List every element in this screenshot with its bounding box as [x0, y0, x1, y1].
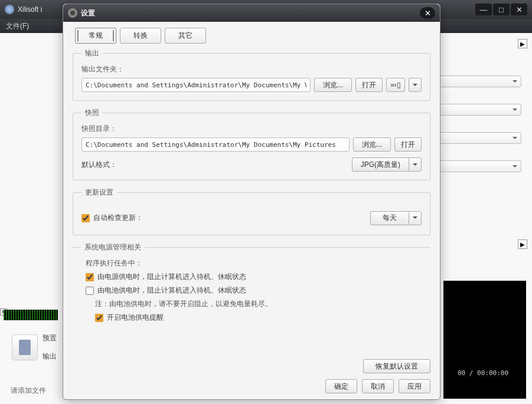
- add-file-hint: 请添加文件: [11, 386, 46, 396]
- minimize-button[interactable]: —: [475, 4, 492, 15]
- close-button[interactable]: ✕: [511, 4, 527, 15]
- chevron-down-icon: [413, 84, 417, 88]
- tab-general[interactable]: 常规: [75, 28, 116, 44]
- app-icon: [5, 5, 14, 14]
- update-freq-dropdown[interactable]: [409, 211, 422, 225]
- settings-dialog: 设置 ✕ 常规 转换 其它 输出 输出文件夹： 浏览... 打开 »›▯ 快照 …: [63, 4, 440, 400]
- dialog-titlebar[interactable]: 设置 ✕: [63, 4, 440, 22]
- snapshot-format-dropdown[interactable]: [409, 157, 422, 172]
- output-label: 输出: [43, 352, 57, 362]
- output-folder-label: 输出文件夹：: [81, 64, 422, 74]
- dialog-close-button[interactable]: ✕: [420, 7, 435, 19]
- snapshot-dir-label: 快照目录：: [81, 124, 422, 134]
- dialog-title: 设置: [81, 8, 95, 18]
- tab-convert[interactable]: 转换: [120, 28, 161, 44]
- gear-icon: [68, 8, 77, 18]
- setting-combo-3[interactable]: [439, 132, 521, 144]
- snapshot-format-combo[interactable]: JPG(高质量): [352, 157, 422, 172]
- output-open-button[interactable]: 打开: [355, 78, 383, 92]
- setting-combo-1[interactable]: [439, 75, 521, 87]
- tab-other[interactable]: 其它: [165, 28, 206, 44]
- ac-prevent-label: 由电源供电时，阻止计算机进入待机、休眠状态: [97, 272, 246, 282]
- power-note: 注：由电池供电时，请不要开启阻止，以避免电量耗尽。: [95, 299, 428, 309]
- restore-defaults-button[interactable]: 恢复默认设置: [363, 359, 430, 373]
- setting-combo-2[interactable]: [439, 104, 521, 116]
- output-device-dropdown[interactable]: [409, 78, 422, 92]
- snapshot-legend: 快照: [81, 108, 103, 118]
- main-title: Xilisoft i: [18, 5, 42, 14]
- chevron-down-icon: [413, 163, 417, 168]
- expand-arrow-button-2[interactable]: ▶: [518, 239, 527, 249]
- update-freq-value[interactable]: 每天: [370, 211, 409, 225]
- ac-prevent-checkbox[interactable]: [86, 273, 94, 281]
- menu-file[interactable]: 文件(F): [6, 21, 29, 31]
- chevron-down-icon: [413, 216, 417, 221]
- update-freq-combo[interactable]: 每天: [370, 211, 422, 225]
- maximize-button[interactable]: □: [493, 4, 510, 15]
- ok-button[interactable]: 确定: [325, 379, 357, 393]
- snapshot-format-label: 默认格式：: [81, 160, 117, 170]
- output-legend: 输出: [81, 48, 103, 58]
- cancel-button[interactable]: 取消: [362, 379, 394, 393]
- update-legend: 更新设置: [81, 188, 117, 198]
- setting-combo-4[interactable]: [439, 160, 521, 172]
- device-icon[interactable]: [12, 334, 38, 360]
- dialog-tabs: 常规 转换 其它: [63, 22, 440, 44]
- output-device-button[interactable]: »›▯: [386, 78, 405, 92]
- battery-prevent-label: 由电池供电时，阻止计算机进入待机、休眠状态: [97, 285, 246, 295]
- output-group: 输出 输出文件夹： 浏览... 打开 »›▯: [73, 48, 430, 101]
- output-browse-button[interactable]: 浏览...: [314, 78, 352, 92]
- battery-warn-checkbox[interactable]: [95, 314, 103, 322]
- preset-label: 预置: [43, 333, 57, 343]
- snapshot-browse-button[interactable]: 浏览...: [353, 137, 391, 152]
- power-running-label: 程序执行任务中：: [86, 258, 428, 268]
- power-legend: 系统电源管理相关: [81, 242, 145, 252]
- output-folder-input[interactable]: [81, 78, 311, 92]
- auto-check-update-label: 自动检查更新：: [93, 213, 143, 223]
- waveform-display: [4, 310, 58, 320]
- auto-check-update-checkbox[interactable]: [81, 214, 90, 222]
- dialog-footer: 确定 取消 应用: [63, 373, 440, 399]
- battery-warn-label: 开启电池供电提醒: [107, 313, 164, 323]
- expand-arrow-button[interactable]: ▶: [518, 39, 527, 48]
- snapshot-dir-input[interactable]: [81, 137, 350, 152]
- power-group: 系统电源管理相关 程序执行任务中： 由电源供电时，阻止计算机进入待机、休眠状态 …: [73, 242, 430, 354]
- dialog-body: 输出 输出文件夹： 浏览... 打开 »›▯ 快照 快照目录： 浏览... 打开…: [63, 44, 440, 354]
- snapshot-format-value[interactable]: JPG(高质量): [352, 157, 409, 172]
- battery-prevent-checkbox[interactable]: [86, 287, 94, 295]
- snapshot-group: 快照 快照目录： 浏览... 打开 默认格式： JPG(高质量): [73, 108, 430, 180]
- snapshot-open-button[interactable]: 打开: [394, 137, 422, 152]
- update-group: 更新设置 自动检查更新： 每天: [73, 188, 430, 235]
- apply-button[interactable]: 应用: [399, 379, 430, 393]
